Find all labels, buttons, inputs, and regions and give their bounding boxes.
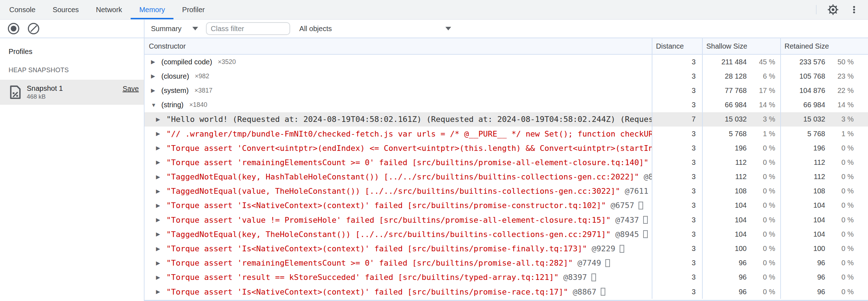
kebab-menu-icon[interactable] — [849, 5, 859, 14]
goto-object-icon[interactable] — [639, 202, 643, 209]
retained-size-cell: 1040 % — [780, 198, 868, 213]
disclosure-triangle-icon[interactable]: ▶ — [151, 59, 156, 65]
distance-cell: 3 — [652, 141, 702, 155]
disclosure-triangle-icon[interactable]: ▶ — [156, 246, 161, 252]
column-header-shallow-size[interactable]: Shallow Size — [702, 38, 780, 54]
disclosure-triangle-icon[interactable]: ▶ — [156, 260, 161, 266]
table-row[interactable]: ▶"TaggedNotEqual(key, TheHoleConstant())… — [145, 227, 868, 241]
object-id: @8 — [644, 172, 652, 181]
shallow-size-cell: 211 48445 % — [702, 55, 780, 69]
disclosure-triangle-icon[interactable]: ▶ — [156, 202, 161, 209]
size-percent: 0 % — [747, 158, 775, 167]
distance-cell: 7 — [652, 112, 702, 127]
column-header-constructor[interactable]: Constructor — [145, 38, 652, 54]
disclosure-triangle-icon[interactable]: ▶ — [156, 288, 161, 295]
table-row[interactable]: ▶"Torque assert 'remainingElementsCount … — [145, 155, 868, 169]
column-header-retained-size[interactable]: Retained Size — [780, 38, 868, 54]
sidebar-item-snapshot-1[interactable]: Snapshot 1 468 kB Save — [0, 80, 144, 105]
size-value: 112 — [735, 173, 747, 181]
size-value: 112 — [814, 173, 825, 181]
table-row[interactable]: ▶"Torque assert 'Is<NativeContext>(conte… — [145, 241, 868, 256]
tab-profiler[interactable]: Profiler — [173, 0, 213, 19]
size-value: 211 484 — [721, 58, 747, 66]
class-filter-input[interactable] — [206, 22, 290, 35]
object-id: @6757 — [611, 201, 634, 210]
table-row[interactable]: ▶"TaggedNotEqual(key, HashTableHoleConst… — [145, 170, 868, 184]
constructor-cell: ▶"Torque assert 'remainingElementsCount … — [145, 256, 652, 270]
table-row[interactable]: ▼(string)×1840366 98414 %66 98414 % — [145, 98, 868, 112]
profiles-heading: Profiles — [9, 48, 144, 56]
retained-size-cell: 960 % — [780, 256, 868, 270]
table-row[interactable]: ▶"Torque assert 'Is<NativeContext>(conte… — [145, 285, 868, 299]
disclosure-triangle-icon[interactable]: ▶ — [151, 87, 156, 94]
goto-object-icon[interactable] — [601, 288, 605, 296]
snapshot-size: 468 kB — [27, 93, 63, 100]
size-value: 28 128 — [725, 72, 747, 80]
table-row[interactable]: ▶(system)×3817377 76817 %104 87622 % — [145, 83, 868, 98]
column-header-distance[interactable]: Distance — [652, 38, 702, 54]
size-percent: 17 % — [747, 87, 775, 95]
size-value: 104 — [735, 216, 747, 224]
panel-tabs: ConsoleSourcesNetworkMemoryProfiler — [0, 0, 213, 19]
chevron-down-icon — [192, 27, 198, 30]
size-percent: 0 % — [825, 158, 854, 167]
size-value: 15 032 — [803, 115, 825, 123]
size-percent: 45 % — [747, 58, 775, 66]
disclosure-triangle-icon[interactable]: ▶ — [151, 73, 156, 79]
distance-cell: 3 — [652, 241, 702, 256]
tab-sources[interactable]: Sources — [44, 0, 87, 19]
distance-cell: 3 — [652, 55, 702, 69]
size-value: 112 — [735, 158, 747, 167]
objects-scope-select[interactable]: All objects — [296, 25, 455, 33]
size-value: 5 768 — [729, 130, 747, 138]
goto-object-icon[interactable] — [643, 216, 648, 224]
table-row[interactable]: ▶(compiled code)×35203211 48445 %233 576… — [145, 55, 868, 69]
goto-object-icon[interactable] — [620, 245, 624, 253]
profiles-toolbar — [0, 20, 144, 38]
distance-cell: 3 — [652, 198, 702, 213]
table-row[interactable]: ▶"Torque assert 'result == kStoreSuccede… — [145, 270, 868, 285]
distance-cell: 3 — [652, 98, 702, 112]
constructor-cell: ▶"Hello world! (Requested at: 2024-08-19… — [145, 112, 652, 127]
disclosure-triangle-icon[interactable]: ▶ — [156, 174, 161, 180]
size-value: 104 — [735, 230, 747, 238]
disclosure-triangle-icon[interactable]: ▶ — [156, 217, 161, 223]
goto-object-icon[interactable] — [605, 259, 610, 267]
table-row[interactable]: ▶"// .wrangler/tmp/bundle-FmNIt0/checked… — [145, 127, 868, 141]
table-row[interactable]: ▶"Hello world! (Requested at: 2024-08-19… — [145, 112, 868, 127]
shallow-size-cell: 1960 % — [702, 141, 780, 155]
heap-snapshot-file-icon — [10, 85, 21, 99]
panel-body: Profiles HEAP SNAPSHOTS Snapshot 1 468 k… — [0, 20, 868, 301]
table-row[interactable]: ▶"TaggedNotEqual(value, TheHoleConstant(… — [145, 184, 868, 198]
table-row[interactable]: ▶"Torque assert 'Convert<uintptr>(endInd… — [145, 141, 868, 155]
table-row[interactable]: ▶"Torque assert 'value != PromiseHole' f… — [145, 213, 868, 227]
tab-console[interactable]: Console — [1, 0, 44, 19]
tab-memory[interactable]: Memory — [131, 0, 173, 19]
size-percent: 3 % — [747, 115, 775, 123]
disclosure-triangle-icon[interactable]: ▶ — [156, 145, 161, 151]
size-percent: 3 % — [825, 115, 854, 123]
clear-profiles-icon[interactable] — [28, 23, 39, 34]
disclosure-triangle-icon[interactable]: ▼ — [151, 102, 156, 108]
disclosure-triangle-icon[interactable]: ▶ — [156, 188, 161, 194]
settings-gear-icon[interactable] — [827, 4, 839, 15]
shallow-size-cell: 15 0323 % — [702, 112, 780, 127]
save-snapshot-link[interactable]: Save — [122, 85, 139, 93]
table-row[interactable]: ▶(closure)×982328 1286 %105 76823 % — [145, 69, 868, 83]
perspective-select[interactable]: Summary — [147, 25, 202, 33]
tab-network[interactable]: Network — [87, 0, 131, 19]
size-value: 100 — [813, 245, 825, 253]
disclosure-triangle-icon[interactable]: ▶ — [156, 130, 161, 137]
disclosure-triangle-icon[interactable]: ▶ — [156, 231, 161, 237]
disclosure-triangle-icon[interactable]: ▶ — [156, 274, 161, 281]
goto-object-icon[interactable] — [643, 230, 648, 238]
record-heap-snapshot-icon[interactable] — [8, 23, 19, 34]
disclosure-triangle-icon[interactable]: ▶ — [156, 159, 161, 166]
size-percent: 0 % — [825, 216, 854, 224]
table-row[interactable]: ▶"Torque assert 'Is<NativeContext>(conte… — [145, 198, 868, 213]
table-row[interactable]: ▶"Torque assert 'remainingElementsCount … — [145, 256, 868, 270]
object-id: @8867 — [573, 287, 596, 296]
goto-object-icon[interactable] — [591, 273, 596, 281]
disclosure-triangle-icon[interactable]: ▶ — [156, 116, 161, 123]
size-percent: 0 % — [747, 173, 775, 181]
